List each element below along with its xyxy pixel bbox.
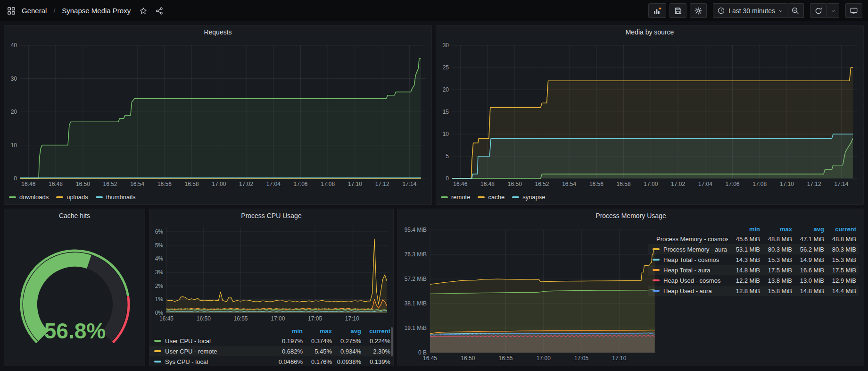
stat-max: 0.374%: [303, 337, 332, 345]
legend-label: downloads: [19, 194, 49, 201]
svg-text:0: 0: [446, 175, 449, 182]
svg-text:30: 30: [443, 42, 449, 49]
legend-item-remote[interactable]: remote: [441, 194, 470, 201]
svg-text:17:14: 17:14: [834, 181, 848, 187]
svg-text:17:00: 17:00: [644, 181, 658, 187]
share-icon[interactable]: [155, 7, 164, 15]
stat-avg: 0.934%: [332, 348, 361, 355]
svg-text:17:14: 17:14: [402, 181, 416, 187]
media-chart[interactable]: 05101520253016:4616:4816:5016:5216:5416:…: [436, 39, 863, 190]
svg-text:10: 10: [443, 131, 449, 137]
panel-title[interactable]: Media by source: [436, 25, 863, 39]
svg-text:17:00: 17:00: [537, 355, 551, 362]
series-label: Heap Total - aura: [663, 267, 711, 274]
svg-text:17:08: 17:08: [321, 181, 335, 187]
panel-process-memory-usage: Process Memory Usage 0 B19.1 MiB38.1 MiB…: [397, 209, 864, 366]
table-row[interactable]: Heap Total - cosmos 14.3 MiB 15.3 MiB 14…: [648, 254, 859, 265]
col-max[interactable]: max: [760, 226, 792, 233]
svg-text:17:06: 17:06: [725, 181, 739, 187]
table-row[interactable]: Heap Used - aura 12.8 MiB 15.8 MiB 14.8 …: [648, 286, 859, 296]
panel-title[interactable]: Process Memory Usage: [398, 209, 864, 222]
col-avg[interactable]: avg: [792, 226, 824, 233]
panel-requests: Requests 01020304016:4616:4816:5016:5216…: [4, 25, 432, 205]
breadcrumb-dashboard-title[interactable]: Synapse Media Proxy: [62, 7, 131, 15]
stat-max: 15.3 MiB: [760, 256, 792, 263]
legend-scrollbar[interactable]: [391, 327, 393, 356]
svg-text:16:45: 16:45: [423, 355, 437, 362]
breadcrumb-separator: /: [52, 7, 56, 15]
legend-label: thumbnails: [106, 194, 136, 201]
stat-current: 17.5 MiB: [824, 267, 856, 274]
table-row[interactable]: Process Memory - aura 53.1 MiB 80.3 MiB …: [648, 244, 859, 254]
series-label: Process Memory - cosmos: [656, 236, 728, 243]
save-dashboard-button[interactable]: [670, 3, 686, 18]
requests-chart[interactable]: 01020304016:4616:4816:5016:5216:5416:561…: [4, 39, 431, 190]
stat-avg: 13.0 MiB: [792, 277, 824, 284]
stat-current: 48.8 MiB: [824, 236, 856, 243]
stat-avg: 14.8 MiB: [792, 287, 824, 295]
legend-item-downloads[interactable]: downloads: [9, 194, 49, 201]
svg-text:1%: 1%: [155, 296, 164, 303]
series-swatch: [653, 269, 660, 271]
panel-title[interactable]: Process CPU Usage: [149, 209, 393, 222]
stat-avg: 0.0938%: [332, 358, 361, 365]
table-row[interactable]: User CPU - local 0.197% 0.374% 0.275% 0.…: [149, 336, 393, 346]
svg-text:17:00: 17:00: [271, 315, 285, 322]
series-swatch: [653, 290, 660, 292]
col-current[interactable]: current: [824, 226, 856, 233]
svg-text:57.2 MiB: 57.2 MiB: [405, 276, 427, 282]
col-max[interactable]: max: [303, 328, 332, 335]
refresh-interval-dropdown[interactable]: [827, 3, 839, 18]
time-range-picker[interactable]: Last 30 minutes: [713, 3, 787, 18]
kiosk-mode-button[interactable]: [845, 3, 862, 18]
panel-cache-hits: Cache hits 56.8%: [4, 209, 145, 366]
zoom-out-time-button[interactable]: [787, 3, 804, 18]
svg-text:30: 30: [11, 76, 17, 82]
breadcrumb-folder[interactable]: General: [22, 7, 47, 15]
legend-label: cache: [488, 194, 504, 201]
table-row[interactable]: Process Memory - cosmos 45.6 MiB 48.8 Mi…: [648, 234, 859, 244]
col-min[interactable]: min: [273, 328, 303, 335]
panel-title[interactable]: Requests: [4, 25, 431, 39]
save-icon: [674, 7, 682, 15]
svg-text:16:54: 16:54: [562, 181, 576, 187]
stat-current: 12.9 MiB: [824, 277, 856, 284]
series-swatch: [653, 259, 660, 261]
apps-grid-icon[interactable]: [7, 6, 16, 16]
stat-max: 17.5 MiB: [760, 267, 792, 274]
cpu-legend-table: min max avg current User CPU - local 0.1…: [149, 326, 393, 366]
memory-chart[interactable]: 0 B19.1 MiB38.1 MiB57.2 MiB76.3 MiB95.4 …: [399, 222, 659, 365]
series-swatch: [9, 196, 16, 198]
svg-text:0: 0: [14, 175, 17, 182]
table-row[interactable]: Sys CPU - local 0.0466% 0.176% 0.0938% 0…: [149, 356, 393, 366]
svg-text:16:55: 16:55: [498, 355, 513, 362]
svg-text:4%: 4%: [155, 255, 164, 262]
time-range-label: Last 30 minutes: [728, 7, 775, 15]
legend-item-synapse[interactable]: synapse: [512, 194, 545, 201]
add-panel-button[interactable]: [648, 3, 666, 18]
dashboard-settings-button[interactable]: [690, 3, 707, 18]
svg-text:16:46: 16:46: [21, 181, 35, 187]
legend-item-uploads[interactable]: uploads: [56, 194, 88, 201]
stat-max: 80.3 MiB: [760, 246, 792, 253]
col-avg[interactable]: avg: [332, 328, 361, 335]
star-icon[interactable]: [139, 7, 148, 15]
svg-text:3%: 3%: [155, 269, 164, 276]
panel-title[interactable]: Cache hits: [4, 209, 145, 222]
stat-avg: 0.275%: [332, 337, 361, 345]
legend-item-cache[interactable]: cache: [478, 194, 504, 201]
stat-current: 0.139%: [361, 358, 390, 365]
svg-text:17:12: 17:12: [807, 181, 821, 187]
col-current[interactable]: current: [361, 328, 390, 335]
table-row[interactable]: Heap Used - cosmos 12.2 MiB 13.8 MiB 13.…: [648, 275, 859, 286]
svg-text:19.1 MiB: 19.1 MiB: [405, 325, 427, 331]
table-row[interactable]: Heap Total - aura 14.8 MiB 17.5 MiB 16.6…: [648, 265, 859, 275]
legend-item-thumbnails[interactable]: thumbnails: [96, 194, 136, 201]
panel-process-cpu-usage: Process CPU Usage 0%1%2%3%4%5%6%16:4516:…: [149, 209, 394, 366]
table-row[interactable]: User CPU - remote 0.682% 5.45% 0.934% 2.…: [149, 346, 393, 356]
series-label: Heap Used - cosmos: [663, 277, 720, 284]
cpu-chart[interactable]: 0%1%2%3%4%5%6%16:4516:5016:5517:0017:051…: [149, 222, 393, 324]
refresh-button[interactable]: [810, 3, 827, 18]
gear-icon: [694, 7, 703, 15]
col-min[interactable]: min: [728, 226, 760, 233]
